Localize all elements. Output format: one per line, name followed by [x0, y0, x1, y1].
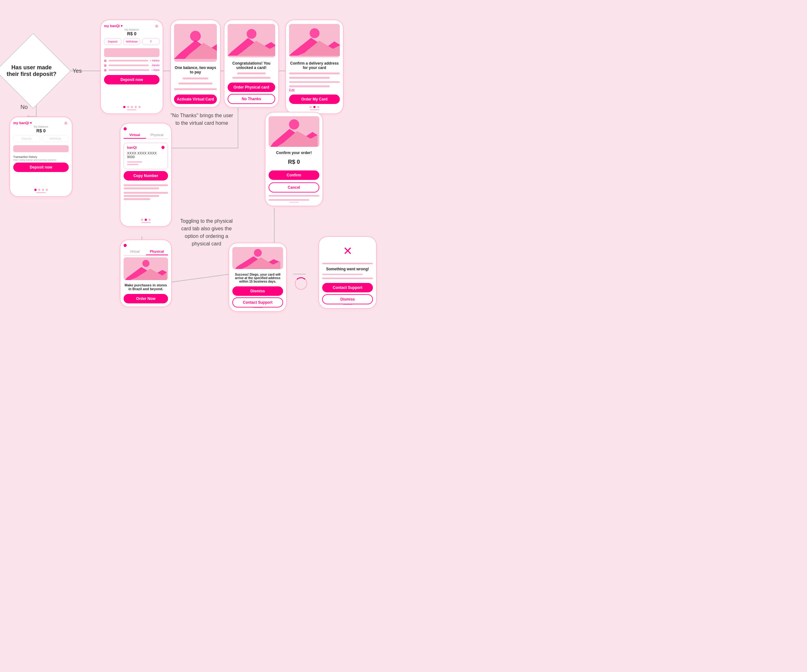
balance-amount: R$ 0	[104, 31, 159, 36]
success-message: Success! Diego, your card will arrive at…	[232, 273, 283, 283]
balance-label: My balance	[104, 28, 159, 31]
loading-spinner	[295, 274, 307, 293]
more-btn-small[interactable]: T	[142, 38, 159, 45]
no-balance-status-dot	[64, 122, 68, 125]
confirm-address-title: Confirm a delivery address for your card	[289, 61, 340, 70]
physical-card-title: Make purchases in stores in Brazil and b…	[124, 283, 168, 291]
error-contact-support-btn[interactable]: Contact Support	[322, 283, 373, 292]
tx-row-1: + R$500	[104, 59, 159, 62]
virtual-conn-dot	[124, 127, 127, 131]
deposit-now-btn[interactable]: Deposit now	[104, 75, 159, 84]
withdraw-btn-small[interactable]: Withdraw	[123, 38, 141, 45]
no-balance-deposit-btn[interactable]: Deposit now	[13, 162, 69, 172]
yes-label: Yes	[73, 68, 81, 74]
phone-error: ✕ Something went wrong! Contact Support …	[319, 236, 377, 309]
no-balance-logo: my banQi ▾	[13, 121, 69, 125]
phone-success: Success! Diego, your card will arrive at…	[229, 243, 287, 312]
confirm-address-image	[289, 24, 340, 57]
confirm-order-title: Confirm your order!	[269, 151, 319, 155]
order-now-btn[interactable]: Order Now	[124, 294, 168, 303]
success-image	[232, 247, 283, 269]
tx-title: Transaction history	[13, 155, 69, 159]
copy-number-btn[interactable]: Copy Number	[124, 171, 168, 180]
phone-confirm-address: Confirm a delivery address for your card…	[285, 20, 344, 114]
phone-no-balance: my banQi ▾ My balance R$ 0 Deposit Withd…	[10, 117, 73, 197]
phone-one-balance: One balance, two ways to pay Activate Vi…	[170, 20, 221, 108]
deposit-btn-small[interactable]: Deposit	[104, 38, 121, 45]
tab-physical-inactive[interactable]: Physical	[146, 132, 168, 139]
contact-support-btn[interactable]: Contact Support	[232, 297, 283, 308]
physical-card-tabs: Virtual Physical	[124, 248, 168, 255]
phone-congratulations: Congratulations! You unlocked a card! Or…	[224, 20, 279, 108]
no-label: No	[20, 104, 28, 111]
banqi-logo: my banQi ▾	[104, 24, 159, 28]
status-dot	[155, 25, 158, 28]
svg-point-32	[289, 119, 299, 129]
confirm-order-amount: R$ 0	[269, 159, 319, 166]
activate-virtual-card-btn[interactable]: Activate Virtual Card	[174, 94, 217, 104]
no-balance-amount: R$ 0	[13, 128, 69, 133]
decision-label: Has user made their first deposit?	[5, 44, 58, 98]
tx-row-2: - R$450	[104, 64, 159, 67]
confirm-order-image	[269, 116, 319, 147]
error-message: Something went wrong!	[322, 267, 373, 271]
no-balance-label: My balance	[13, 125, 69, 128]
toggling-annotation: Toggling to the physical card tab also g…	[175, 217, 238, 248]
tx-row-3: + R$16	[104, 69, 159, 71]
one-balance-title: One balance, two ways to pay	[174, 66, 217, 74]
edit-link[interactable]: Edit	[289, 89, 340, 92]
tab-virtual-inactive[interactable]: Virtual	[124, 248, 146, 255]
svg-point-40	[254, 249, 262, 257]
virtual-card-mock: banQi XXXX XXXX XXXX 9000	[124, 143, 168, 169]
one-balance-image	[174, 24, 217, 62]
card-number: XXXX XXXX XXXX 9000	[127, 151, 164, 159]
svg-point-36	[143, 260, 149, 267]
cancel-btn[interactable]: Cancel	[269, 182, 319, 192]
congrats-image	[227, 24, 275, 57]
error-dismiss-btn[interactable]: Dismiss	[322, 294, 373, 305]
card-logo: banQi	[127, 146, 137, 149]
error-icon: ✕	[322, 245, 373, 258]
congrats-title: Congratulations! You unlocked a card!	[227, 61, 275, 70]
confirm-btn[interactable]: Confirm	[269, 170, 319, 180]
svg-point-28	[310, 28, 319, 38]
no-withdraw-btn[interactable]: Withdraw	[42, 135, 69, 142]
phone-main-balance: my banQi ▾ My balance R$ 0 Deposit Withd…	[100, 20, 163, 114]
no-thanks-btn[interactable]: No Thanks	[227, 94, 275, 104]
no-thanks-annotation: "No Thanks" brings the user to the virtu…	[170, 112, 233, 127]
svg-point-24	[246, 29, 256, 39]
svg-point-20	[190, 31, 201, 41]
order-my-card-btn[interactable]: Order My Card	[289, 94, 340, 104]
phone-physical-card: Virtual Physical Make purchases in store…	[120, 240, 172, 307]
phone-virtual-card: Virtual Physical banQi XXXX XXXX XXXX 90…	[120, 123, 172, 227]
card-tabs: Virtual Physical	[124, 132, 168, 139]
no-deposit-btn[interactable]: Deposit	[13, 135, 40, 142]
tab-virtual[interactable]: Virtual	[124, 132, 146, 139]
physical-card-image	[124, 257, 168, 280]
phone-confirm-order: Confirm your order! R$ 0 Confirm Cancel	[265, 112, 323, 206]
order-physical-card-btn[interactable]: Order Physical card	[227, 83, 275, 92]
dismiss-btn[interactable]: Dismiss	[232, 286, 283, 296]
card-active-dot	[161, 146, 164, 149]
physical-conn-dot	[124, 244, 127, 247]
tab-physical[interactable]: Physical	[146, 248, 168, 255]
tx-sub: Start using banQi and earning rewards	[13, 159, 69, 161]
